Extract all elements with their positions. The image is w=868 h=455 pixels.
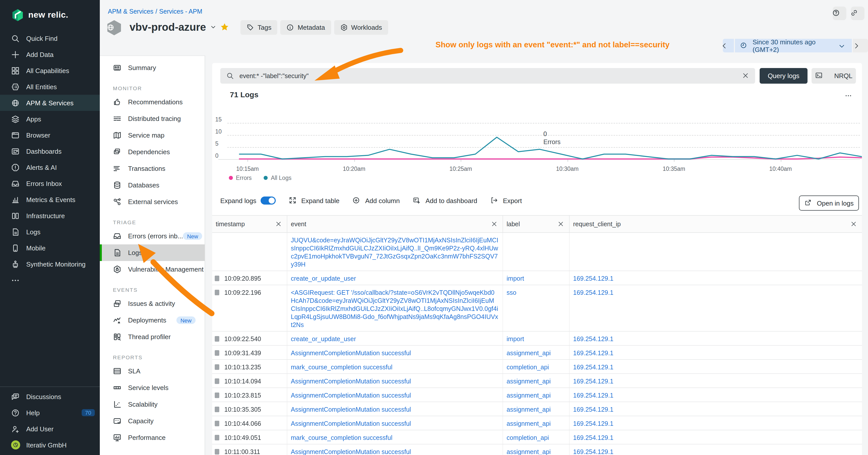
- event-link[interactable]: AssignmentCompletionMutation successful: [291, 378, 411, 385]
- remove-column-icon[interactable]: [558, 221, 564, 227]
- add-column-button[interactable]: Add column: [352, 196, 400, 205]
- favorite-star-icon[interactable]: [220, 23, 229, 31]
- subnav-item-summary[interactable]: Summary: [100, 60, 205, 76]
- label-link[interactable]: assignment_api: [506, 392, 551, 399]
- row-expand-handle[interactable]: [215, 379, 219, 384]
- subnav-item-logs[interactable]: Logs: [100, 245, 205, 261]
- row-expand-handle[interactable]: [215, 336, 219, 342]
- tags-button[interactable]: Tags: [241, 20, 278, 35]
- sidebar-item-errors-inbox[interactable]: Errors Inbox: [0, 175, 100, 192]
- table-row[interactable]: 10:09:22.540create_or_update_userimport1…: [212, 331, 862, 346]
- column-header-timestamp[interactable]: timestamp: [212, 216, 287, 232]
- add-to-dashboard-button[interactable]: Add to dashboard: [413, 196, 477, 205]
- sidebar-item-add-user[interactable]: Add User: [0, 421, 100, 437]
- ip-link[interactable]: 169.254.129.1: [573, 392, 614, 399]
- subnav-item-databases[interactable]: Databases: [100, 177, 205, 194]
- label-link[interactable]: completion_api: [506, 434, 549, 442]
- row-expand-handle[interactable]: [215, 392, 219, 398]
- table-row[interactable]: 10:10:44.066AssignmentCompletionMutation…: [212, 416, 862, 430]
- expand-table-button[interactable]: Expand table: [288, 196, 340, 205]
- sidebar-item-alerts-ai[interactable]: Alerts & AI: [0, 159, 100, 175]
- ip-link[interactable]: 169.254.129.1: [573, 434, 614, 442]
- sidebar-item-quick-find[interactable]: Quick Find: [0, 30, 100, 46]
- row-expand-handle[interactable]: [215, 421, 219, 426]
- legend-errors[interactable]: Errors: [229, 175, 252, 181]
- table-row[interactable]: 10:09:31.439AssignmentCompletionMutation…: [212, 346, 862, 360]
- remove-column-icon[interactable]: [275, 221, 282, 227]
- event-link[interactable]: AssignmentCompletionMutation successful: [291, 406, 411, 413]
- label-link[interactable]: assignment_api: [506, 420, 551, 427]
- label-link[interactable]: assignment_api: [506, 350, 551, 357]
- subnav-item-service-levels[interactable]: Service levels: [100, 380, 205, 396]
- time-forward-button[interactable]: [853, 39, 868, 53]
- event-link[interactable]: mark_course_completion successful: [291, 364, 393, 371]
- event-link[interactable]: AssignmentCompletionMutation successful: [291, 420, 411, 427]
- event-link[interactable]: mark_course_completion successful: [291, 434, 393, 442]
- table-row[interactable]: 10:09:22.196<ASGIRequest: GET '/sso/call…: [212, 285, 862, 331]
- label-link[interactable]: sso: [506, 289, 517, 296]
- legend-all-logs[interactable]: All Logs: [264, 175, 291, 181]
- label-link[interactable]: assignment_api: [506, 406, 551, 413]
- event-link[interactable]: JUQVU&code=eyJraWQiOiJjcGltY29yZV8wOTI1M…: [291, 237, 498, 268]
- sidebar-item-dashboards[interactable]: Dashboards: [0, 143, 100, 159]
- ip-link[interactable]: 169.254.129.1: [573, 289, 614, 296]
- sidebar-item-apps[interactable]: Apps: [0, 111, 100, 127]
- table-row[interactable]: 10:10:14.094AssignmentCompletionMutation…: [212, 374, 862, 388]
- row-expand-handle[interactable]: [215, 449, 219, 455]
- sidebar-item-more[interactable]: [0, 272, 100, 288]
- entity-title-dropdown[interactable]: vbv-prod-azure: [129, 21, 216, 33]
- label-link[interactable]: assignment_api: [506, 378, 551, 385]
- ip-link[interactable]: 169.254.129.1: [573, 335, 614, 343]
- new-relic-logo[interactable]: new relic.: [0, 0, 100, 30]
- metadata-button[interactable]: Metadata: [280, 20, 331, 35]
- remove-column-icon[interactable]: [491, 221, 497, 227]
- ip-link[interactable]: 169.254.129.1: [573, 420, 614, 427]
- subnav-item-external-services[interactable]: External services: [100, 194, 205, 210]
- column-header-event[interactable]: event: [287, 216, 503, 232]
- breadcrumb-services-apm[interactable]: Services - APM: [159, 8, 203, 15]
- ip-link[interactable]: 169.254.129.1: [573, 364, 614, 371]
- event-link[interactable]: <ASGIRequest: GET '/sso/callback/?state=…: [291, 289, 498, 328]
- subnav-item-performance[interactable]: Performance: [100, 429, 205, 446]
- open-in-logs-button[interactable]: Open in logs: [799, 195, 859, 210]
- expand-logs-toggle[interactable]: Expand logs: [220, 196, 276, 204]
- row-expand-handle[interactable]: [215, 290, 219, 295]
- subnav-item-issues-activity[interactable]: Issues & activity: [100, 295, 205, 312]
- row-expand-handle[interactable]: [215, 364, 219, 370]
- sidebar-item-infrastructure[interactable]: Infrastructure: [0, 207, 100, 224]
- event-link[interactable]: AssignmentCompletionMutation successful: [291, 392, 411, 399]
- column-header-request_client_ip[interactable]: request_client_ip: [569, 216, 862, 232]
- toggle-on-icon[interactable]: [260, 196, 276, 204]
- sidebar-item-help[interactable]: Help70: [0, 404, 100, 421]
- row-expand-handle[interactable]: [215, 407, 219, 412]
- table-row[interactable]: 10:10:35.305AssignmentCompletionMutation…: [212, 402, 862, 416]
- column-header-label[interactable]: label: [503, 216, 569, 232]
- sidebar-item-discussions[interactable]: Discussions: [0, 389, 100, 404]
- ip-link[interactable]: 169.254.129.1: [573, 378, 614, 385]
- subnav-item-transactions[interactable]: Transactions: [100, 160, 205, 177]
- ip-link[interactable]: 169.254.129.1: [573, 406, 614, 413]
- subnav-item-vulnerability-management[interactable]: Vulnerability Management: [100, 261, 205, 278]
- remove-column-icon[interactable]: [850, 221, 857, 227]
- sidebar-item-apm-services[interactable]: APM & Services: [0, 95, 100, 111]
- ip-link[interactable]: 169.254.129.1: [573, 275, 614, 282]
- row-expand-handle[interactable]: [215, 275, 219, 281]
- table-row[interactable]: 10:10:49.051mark_course_completion succe…: [212, 430, 862, 445]
- table-row[interactable]: 10:11:00.311AssignmentCompletionMutation…: [212, 445, 862, 455]
- label-link[interactable]: import: [506, 335, 524, 343]
- label-link[interactable]: assignment_api: [506, 449, 551, 455]
- event-link[interactable]: create_or_update_user: [291, 335, 356, 343]
- sidebar-item-add-data[interactable]: Add Data: [0, 46, 100, 63]
- table-row[interactable]: 10:10:23.815AssignmentCompletionMutation…: [212, 388, 862, 402]
- export-button[interactable]: Export: [491, 196, 522, 205]
- sidebar-item-metrics-events[interactable]: Metrics & Events: [0, 192, 100, 207]
- sidebar-item-synthetic-monitoring[interactable]: Synthetic Monitoring: [0, 256, 100, 272]
- breadcrumb-apm-services[interactable]: APM & Services: [108, 8, 154, 15]
- table-row[interactable]: 10:09:20.895create_or_update_userimport1…: [212, 271, 862, 285]
- subnav-item-scalability[interactable]: Scalability: [100, 396, 205, 413]
- subnav-item-capacity[interactable]: Capacity: [100, 413, 205, 429]
- event-link[interactable]: create_or_update_user: [291, 275, 356, 282]
- sidebar-item-all-capabilities[interactable]: All Capabilities: [0, 63, 100, 78]
- event-link[interactable]: AssignmentCompletionMutation successful: [291, 350, 411, 357]
- label-link[interactable]: import: [506, 275, 524, 282]
